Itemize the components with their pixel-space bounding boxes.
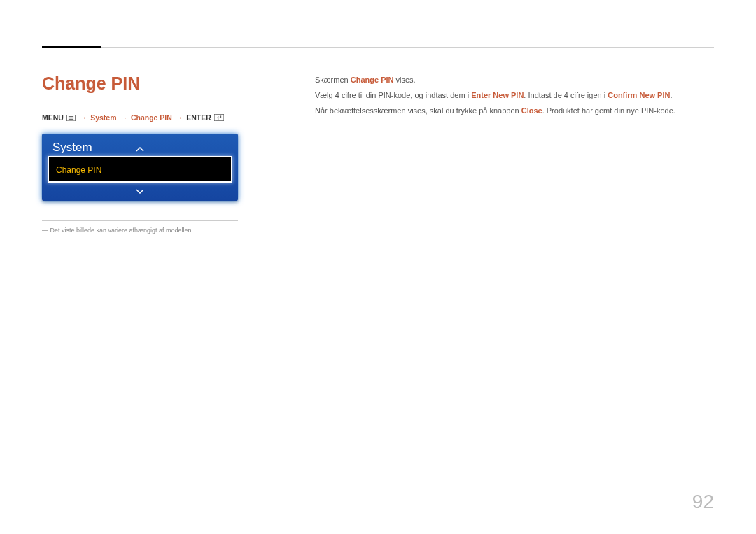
- header-accent-line: [42, 46, 102, 48]
- breadcrumb: MENU → System → Change PIN → ENTER: [42, 113, 280, 122]
- breadcrumb-arrow: →: [120, 113, 127, 122]
- footnote-divider: [42, 220, 238, 221]
- right-column: Skærmen Change PIN vises. Vælg 4 cifre t…: [315, 73, 714, 234]
- breadcrumb-enter: ENTER: [186, 113, 211, 122]
- body-line-3: Når bekræftelsesskærmen vises, skal du t…: [315, 104, 714, 118]
- breadcrumb-menu: MENU: [42, 113, 64, 122]
- text-segment: Skærmen: [315, 76, 351, 84]
- page-number: 92: [692, 491, 714, 513]
- text-highlight: Close: [522, 106, 542, 115]
- osd-panel: System Change PIN: [42, 134, 238, 201]
- breadcrumb-arrow: →: [176, 113, 183, 122]
- osd-selected-item[interactable]: Change PIN: [48, 156, 232, 183]
- text-segment: Vælg 4 cifre til din PIN-kode, og indtas…: [315, 91, 471, 99]
- text-highlight: Enter New PIN: [471, 91, 524, 99]
- text-highlight: Confirm New PIN: [608, 91, 670, 99]
- text-segment: . Indtast de 4 cifre igen i: [524, 91, 608, 99]
- breadcrumb-system: System: [90, 113, 116, 122]
- menu-icon: [66, 114, 76, 122]
- left-column: Change PIN MENU → System → Change PIN →: [42, 73, 280, 234]
- footnote: ― Det viste billede kan variere afhængig…: [42, 227, 280, 234]
- text-segment: . Produktet har gemt din nye PIN-kode.: [542, 106, 676, 115]
- body-line-1: Skærmen Change PIN vises.: [315, 73, 714, 87]
- text-segment: .: [670, 91, 672, 99]
- text-highlight: Change PIN: [351, 76, 394, 84]
- text-segment: vises.: [393, 76, 415, 84]
- osd-selected-label: Change PIN: [56, 165, 102, 175]
- breadcrumb-changepin: Change PIN: [131, 113, 172, 122]
- breadcrumb-arrow: →: [80, 113, 88, 122]
- enter-icon: [214, 114, 224, 122]
- footnote-prefix: ―: [42, 227, 48, 234]
- text-segment: Når bekræftelsesskærmen vises, skal du t…: [315, 106, 522, 115]
- body-line-2: Vælg 4 cifre til din PIN-kode, og indtas…: [315, 89, 714, 103]
- chevron-down-icon[interactable]: [42, 183, 238, 201]
- footnote-text: Det viste billede kan variere afhængigt …: [50, 227, 194, 234]
- page-title: Change PIN: [42, 73, 280, 94]
- header-divider-line: [102, 47, 714, 48]
